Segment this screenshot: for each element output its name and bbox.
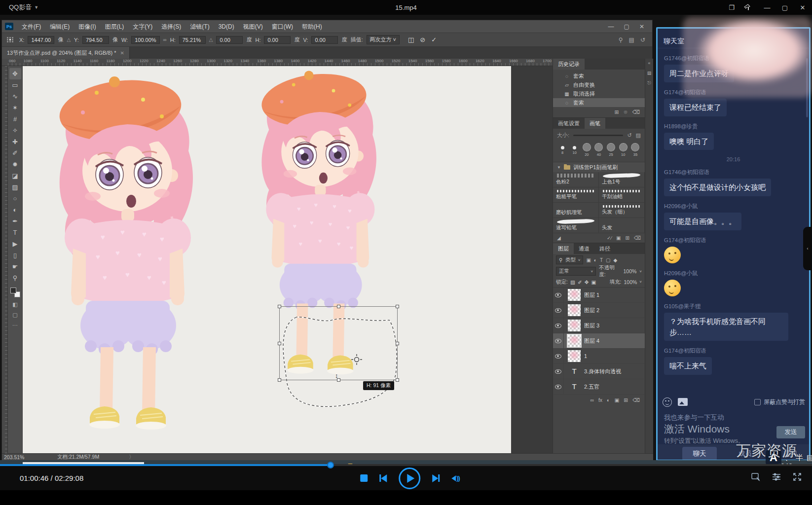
h-input[interactable]: 75.21% [179, 36, 206, 44]
delete-state-icon[interactable]: ⌫ [632, 109, 640, 115]
brush-item[interactable]: 干刮油蜡 [599, 187, 645, 203]
menu-item[interactable]: 帮助(H) [297, 20, 327, 33]
brush-settings-tab[interactable]: 画笔设置 [553, 118, 585, 129]
progress-knob[interactable] [327, 462, 334, 469]
paths-tab[interactable]: 路径 [594, 243, 615, 254]
transform-handle[interactable] [396, 342, 399, 345]
history-step[interactable]: ◌ 套索 [553, 72, 645, 80]
ps-minimize-button[interactable]: — [608, 20, 614, 33]
tool-button[interactable]: ◪ [9, 170, 21, 181]
transform-handle[interactable] [278, 378, 281, 382]
search-icon[interactable]: ⚲ [619, 36, 623, 43]
panel-icon[interactable]: ▤ [647, 71, 652, 75]
link-layers-icon[interactable]: ∞ [590, 397, 594, 403]
minimize-icon[interactable]: — [762, 4, 773, 11]
filter-type-icon[interactable]: T [600, 257, 603, 263]
fullscreen-icon[interactable] [792, 472, 802, 482]
tool-button[interactable]: ⚲ [9, 272, 21, 284]
new-group-icon[interactable]: ▣ [614, 397, 619, 403]
history-step[interactable]: ▱ 自由变换 [553, 80, 645, 89]
menu-item[interactable]: 窗口(W) [267, 20, 297, 33]
previous-button[interactable] [379, 474, 387, 482]
filter-pixel-icon[interactable]: ▣ [586, 257, 591, 263]
foreground-color-swatch[interactable] [10, 288, 16, 293]
brush-size-slider[interactable] [573, 135, 623, 136]
stop-button[interactable] [360, 474, 368, 482]
layer-visibility-toggle[interactable] [553, 364, 564, 379]
playlist-handle[interactable]: ‹ [803, 227, 812, 270]
tool-button[interactable]: ✶ [9, 102, 21, 113]
send-button[interactable]: 发送 [776, 426, 805, 438]
hskew-input[interactable]: 0.00 [264, 36, 291, 44]
transform-bounding-box[interactable] [279, 306, 398, 380]
cancel-transform-icon[interactable]: ⊘ [420, 36, 425, 43]
emoji-picker-icon[interactable] [663, 397, 672, 407]
brush-preset[interactable]: 10 [569, 143, 580, 155]
w-input[interactable]: 100.00% [131, 36, 159, 44]
delete-brush-icon[interactable]: ⌫ [634, 235, 641, 241]
reset-brush-icon[interactable]: ↺ [627, 132, 631, 139]
status-arrow-icon[interactable]: 〉 [129, 454, 134, 461]
reference-point-widget[interactable] [7, 37, 14, 42]
brush-preset[interactable]: 10 [618, 143, 628, 157]
interpolation-select[interactable]: 两次立方 ˅ [367, 35, 400, 44]
canvas-area[interactable]: ♥♥♥♥ ♥♥♥♥ ♥♥♥♥ [23, 66, 553, 453]
delta-icon[interactable]: △ [67, 37, 71, 42]
filter-adjustment-icon[interactable]: ◐ [594, 257, 597, 263]
chat-tab[interactable]: 聊天 [682, 447, 717, 461]
transform-handle[interactable] [278, 342, 281, 345]
rotation-input[interactable]: 0.00 [216, 36, 243, 44]
play-button[interactable] [399, 468, 420, 489]
layer-mask-icon[interactable]: ◐ [607, 397, 610, 403]
layer-row[interactable]: 1 [553, 349, 645, 364]
layer-row[interactable]: 3.身体转向透视 [553, 364, 645, 379]
next-button[interactable] [432, 474, 440, 482]
lock-artboard-icon[interactable]: ▣ [591, 279, 596, 285]
layer-row[interactable]: 图层 4 [553, 333, 645, 349]
new-folder-icon[interactable]: ▣ [616, 235, 621, 241]
color-swatches[interactable] [10, 288, 20, 297]
tool-button[interactable]: ▭ [9, 79, 21, 91]
layer-filter-select[interactable]: ⚲类型˅ [556, 255, 583, 264]
reset-icon[interactable]: ↺ [640, 36, 645, 43]
menu-item[interactable]: 图层(L) [101, 20, 129, 33]
share-icon[interactable]: ⎋ [647, 80, 651, 86]
chat-message-list[interactable]: G1746@初阳宿语 周二是作业点评呀 G174@初阳宿语 课程已经结束了 [658, 49, 809, 394]
filter-smart-icon[interactable]: ◆ [613, 257, 617, 263]
warp-mode-icon[interactable]: ◫ [408, 36, 414, 43]
layer-visibility-toggle[interactable] [553, 288, 564, 303]
layer-row[interactable]: 图层 2 [553, 303, 645, 318]
artboard[interactable]: ♥♥♥♥ ♥♥♥♥ ♥♥♥♥ [23, 66, 511, 453]
tool-button[interactable]: ✐ [9, 147, 21, 159]
filter-shape-icon[interactable]: ▢ [606, 257, 610, 263]
brush-preset[interactable]: 20 [581, 143, 592, 157]
lock-transparency-icon[interactable]: ▨ [570, 279, 575, 285]
tool-button[interactable]: ◐ [9, 204, 21, 216]
tool-button[interactable]: T [9, 227, 21, 238]
stroke-preview-toggle-icon[interactable]: ▨ [636, 132, 641, 139]
layer-visibility-toggle[interactable] [553, 349, 564, 364]
transform-handle[interactable] [396, 305, 399, 308]
menu-item[interactable]: 选择(S) [157, 20, 185, 33]
layer-row[interactable]: 2.五官 [553, 379, 645, 395]
menu-item[interactable]: 视图(V) [239, 20, 267, 33]
lock-pixels-icon[interactable]: ✐ [578, 279, 582, 285]
layer-row[interactable]: 图层 3 [553, 318, 645, 333]
layer-row[interactable]: 图层 1 [553, 288, 645, 303]
layer-visibility-toggle[interactable] [553, 379, 564, 395]
brush-preset[interactable]: 8 [557, 143, 568, 155]
x-input[interactable]: 1447.00 [28, 36, 54, 44]
history-panel-tab[interactable]: 历史记录 [553, 59, 585, 70]
tool-button[interactable]: ▯ [9, 250, 21, 261]
brush-item[interactable]: 头发（细） [599, 203, 645, 218]
delete-layer-icon[interactable]: ⌫ [632, 397, 640, 403]
transform-handle[interactable] [278, 305, 281, 308]
tool-button[interactable]: ○ [9, 193, 21, 204]
tool-button[interactable]: ✚ [9, 136, 21, 147]
tool-button[interactable]: ☛ [9, 261, 21, 272]
more-tools-icon[interactable]: ⋯ [12, 322, 18, 328]
menu-item[interactable]: 编辑(E) [45, 20, 74, 33]
brush-item[interactable]: 速写铅笔 [553, 218, 599, 233]
layer-effects-icon[interactable]: fx [598, 397, 602, 403]
brush-preset[interactable]: 25 [606, 143, 617, 157]
